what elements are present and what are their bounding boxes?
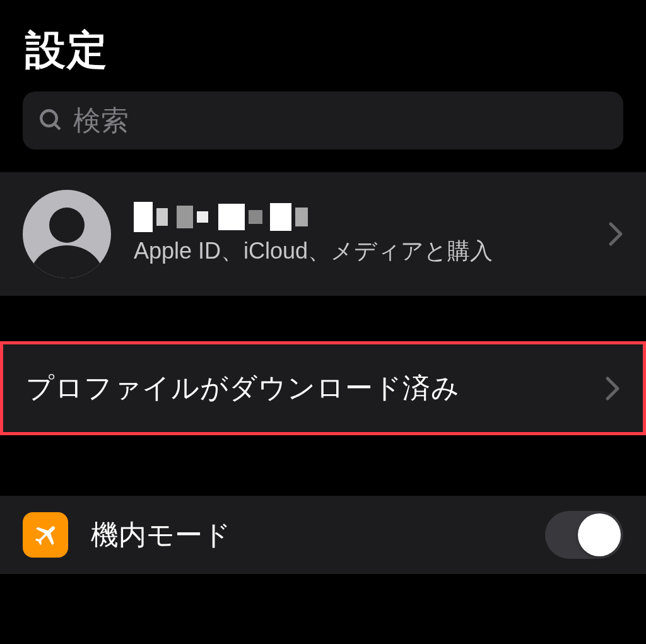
avatar (23, 190, 111, 278)
airplane-icon (23, 512, 68, 558)
account-group: Apple ID、iCloud、メディアと購入 (0, 172, 646, 296)
profile-downloaded-group: プロファイルがダウンロード済み (0, 341, 646, 435)
svg-line-1 (54, 124, 60, 129)
profile-downloaded-label: プロファイルがダウンロード済み (26, 370, 605, 407)
apple-id-row[interactable]: Apple ID、iCloud、メディアと購入 (0, 172, 646, 296)
search-icon (38, 107, 64, 134)
account-subtitle: Apple ID、iCloud、メディアと購入 (134, 236, 608, 267)
search-placeholder: 検索 (73, 102, 129, 139)
profile-downloaded-row[interactable]: プロファイルがダウンロード済み (3, 344, 643, 432)
standard-settings-group: 機内モード (0, 496, 646, 574)
svg-point-0 (41, 110, 57, 126)
chevron-right-icon (608, 221, 623, 247)
chevron-right-icon (605, 376, 620, 401)
airplane-mode-label: 機内モード (91, 517, 545, 554)
account-name-obscured (134, 202, 608, 232)
airplane-mode-toggle[interactable] (545, 511, 623, 559)
search-input[interactable]: 検索 (23, 91, 623, 149)
page-title: 設定 (0, 0, 646, 91)
airplane-mode-row[interactable]: 機内モード (0, 496, 646, 574)
account-text: Apple ID、iCloud、メディアと購入 (134, 202, 608, 267)
